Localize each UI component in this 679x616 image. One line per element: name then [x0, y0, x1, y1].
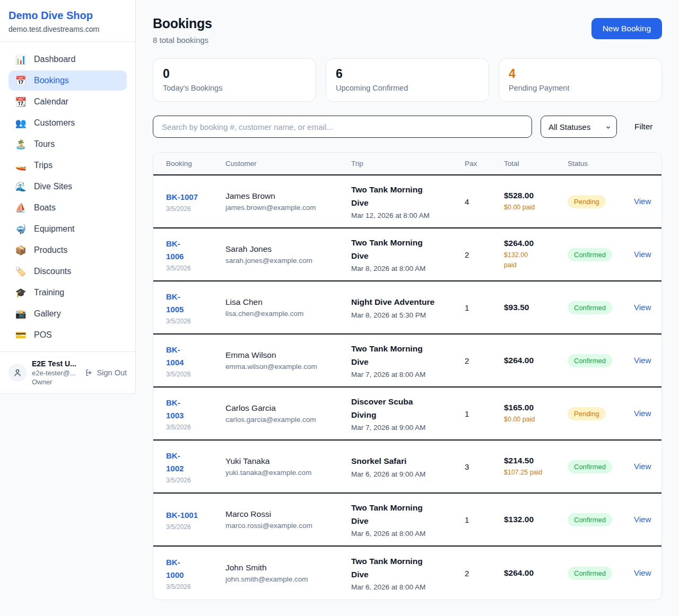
sidebar-item-equipment[interactable]: 🤿 Equipment	[8, 219, 127, 239]
view-link[interactable]: View	[634, 250, 651, 259]
stat-card: 0 Today's Bookings	[153, 58, 316, 102]
customer-cell: James Brown james.brown@example.com	[225, 191, 351, 212]
booking-id-link[interactable]: BK- 1002	[166, 450, 220, 475]
trip-title: Two Tank Morning Dive	[351, 501, 459, 527]
sidebar-item-products[interactable]: 📦 Products	[8, 240, 127, 260]
user-name: E2E Test U...	[32, 359, 80, 368]
tours-island-icon: 🏝️	[15, 140, 27, 149]
total-paid: $107.25 paid	[504, 468, 562, 478]
sidebar-item-label: Trips	[34, 161, 53, 170]
filter-button[interactable]: Filter	[634, 122, 652, 131]
total-amount: $528.00	[504, 191, 562, 200]
status-select[interactable]: All Statuses	[541, 116, 617, 138]
status-cell: Confirmed	[568, 567, 634, 580]
status-badge: Pending	[568, 195, 606, 208]
training-cap-icon: 🎓	[15, 288, 27, 297]
sidebar-item-trips[interactable]: 🚤 Trips	[8, 155, 127, 175]
view-link[interactable]: View	[634, 303, 651, 312]
status-select-wrap: All Statuses	[541, 116, 617, 138]
shop-domain: demo.test.divestreams.com	[8, 25, 127, 33]
customer-name: Sarah Jones	[225, 244, 346, 254]
stat-value: 0	[163, 67, 306, 81]
new-booking-button[interactable]: New Booking	[591, 18, 662, 39]
bookings-calendar-icon: 📅	[15, 76, 27, 85]
sidebar-item-tours[interactable]: 🏝️ Tours	[8, 134, 127, 154]
status-badge: Pending	[568, 407, 606, 420]
customer-cell: Carlos Garcia carlos.garcia@example.com	[225, 403, 351, 424]
column-header-customer: Customer	[225, 160, 351, 168]
view-link[interactable]: View	[634, 515, 651, 524]
trips-speedboat-icon: 🚤	[15, 161, 27, 170]
sidebar-item-gallery[interactable]: 📸 Gallery	[8, 304, 127, 324]
pax-cell: 3	[465, 462, 504, 471]
main-content: Bookings 8 total bookings New Booking 0 …	[136, 0, 679, 616]
customer-cell: Lisa Chen lisa.chen@example.com	[225, 297, 351, 318]
customer-email: emma.wilson@example.com	[225, 363, 346, 371]
status-badge: Confirmed	[568, 513, 612, 526]
customer-cell: Yuki Tanaka yuki.tanaka@example.com	[225, 456, 351, 477]
sidebar-item-pos[interactable]: 💳 POS	[8, 325, 127, 345]
sidebar-item-discounts[interactable]: 🏷️ Discounts	[8, 261, 127, 281]
sidebar-item-label: Dive Sites	[34, 182, 72, 191]
view-link[interactable]: View	[634, 568, 651, 577]
table-header: Booking Customer Trip Pax Total Status	[153, 153, 661, 175]
booking-cell: BK- 1000 3/5/2026	[166, 556, 225, 591]
sign-out-label: Sign Out	[97, 368, 127, 377]
shop-name: Demo Dive Shop	[8, 10, 127, 22]
sidebar-item-label: Bookings	[34, 76, 69, 85]
customer-cell: John Smith john.smith@example.com	[225, 563, 351, 583]
sidebar-item-boats[interactable]: ⛵ Boats	[8, 198, 127, 218]
customer-name: Lisa Chen	[225, 297, 346, 307]
total-cell: $264.00	[504, 356, 568, 365]
booking-id-link[interactable]: BK-1001	[166, 509, 220, 522]
stat-value: 4	[509, 67, 652, 81]
sidebar-item-calendar[interactable]: 📆 Calendar	[8, 92, 127, 112]
booking-id-link[interactable]: BK- 1000	[166, 556, 220, 582]
booking-id-link[interactable]: BK- 1006	[166, 237, 220, 263]
sign-out-button[interactable]: Sign Out	[85, 368, 127, 377]
total-paid: $0.00 paid	[504, 415, 562, 425]
customer-email: sarah.jones@example.com	[225, 257, 346, 265]
booking-id-link[interactable]: BK- 1005	[166, 291, 220, 316]
table-row: BK-1007 3/5/2026 James Brown james.brown…	[153, 175, 661, 228]
actions-cell: View	[634, 568, 656, 578]
view-link[interactable]: View	[634, 356, 651, 365]
total-amount: $264.00	[504, 356, 562, 365]
stats-row: 0 Today's Bookings 6 Upcoming Confirmed …	[153, 58, 662, 102]
sidebar-item-bookings[interactable]: 📅 Bookings	[8, 71, 127, 91]
booking-cell: BK- 1003 3/5/2026	[166, 397, 225, 431]
table-row: BK-1001 3/5/2026 Marco Rossi marco.rossi…	[153, 494, 661, 547]
sidebar-item-customers[interactable]: 👥 Customers	[8, 113, 127, 133]
status-cell: Pending	[568, 195, 634, 208]
booking-id-link[interactable]: BK- 1003	[166, 397, 220, 422]
view-link[interactable]: View	[634, 409, 651, 418]
view-link[interactable]: View	[634, 197, 651, 206]
trip-title: Two Tank Morning Dive	[351, 183, 459, 209]
app-root: Demo Dive Shop demo.test.divestreams.com…	[0, 0, 679, 616]
booking-id-link[interactable]: BK-1007	[166, 191, 220, 204]
total-paid: $0.00 paid	[504, 203, 562, 213]
sidebar-item-label: Equipment	[34, 224, 75, 234]
sidebar-item-dive-sites[interactable]: 🌊 Dive Sites	[8, 177, 127, 197]
boats-sailboat-icon: ⛵	[15, 204, 27, 213]
page-header: Bookings 8 total bookings New Booking	[153, 16, 662, 45]
stat-label: Upcoming Confirmed	[336, 84, 479, 92]
trip-cell: Two Tank Morning Dive Mar 12, 2026 at 8:…	[351, 183, 465, 219]
pax-cell: 2	[465, 356, 504, 365]
status-cell: Confirmed	[568, 248, 634, 261]
user-info: E2E Test U... e2e-tester@... Owner	[32, 359, 80, 386]
booking-id-link[interactable]: BK- 1004	[166, 344, 220, 369]
page-title-block: Bookings 8 total bookings	[153, 16, 212, 45]
total-cell: $264.00 $132.00 paid	[504, 239, 568, 270]
total-amount: $214.50	[504, 456, 562, 465]
sidebar-item-training[interactable]: 🎓 Training	[8, 283, 127, 303]
total-amount: $132.00	[504, 515, 562, 524]
booking-created-date: 3/5/2026	[166, 318, 220, 325]
search-input[interactable]	[153, 116, 532, 138]
page-title: Bookings	[153, 16, 212, 31]
bookings-table: Booking Customer Trip Pax Total Status B…	[153, 152, 662, 600]
sidebar-item-dashboard[interactable]: 📊 Dashboard	[8, 49, 127, 69]
view-link[interactable]: View	[634, 462, 651, 471]
customer-name: Yuki Tanaka	[225, 456, 346, 466]
calendar-icon: 📆	[15, 98, 27, 107]
